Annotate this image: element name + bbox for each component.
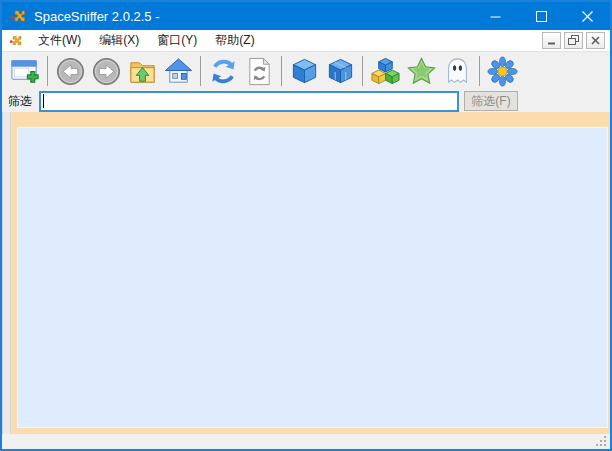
titlebar: SpaceSniffer 2.0.2.5 - [2,2,610,30]
maximize-icon [536,11,547,22]
home-button[interactable] [160,53,196,89]
child-view-window [11,112,610,434]
ghost-icon [442,56,473,87]
mdi-child-controls [542,32,605,49]
ghost-free-space-button[interactable] [439,53,475,89]
toolbar-separator [362,56,363,86]
refresh-view-icon [244,56,275,87]
cube-detailed-icon [325,56,356,87]
menu-window[interactable]: 窗口(Y) [148,30,206,51]
close-button[interactable] [564,2,610,30]
spacesniffer-window: SpaceSniffer 2.0.2.5 - 文件(W) 编辑(X) 窗口(Y) [0,0,612,451]
menu-edit[interactable]: 编辑(X) [90,30,148,51]
child-window-puzzle-icon [9,34,23,48]
mdi-close-icon [591,36,600,45]
navigate-back-button[interactable] [52,53,88,89]
scan-view-canvas[interactable] [17,127,608,428]
mdi-client-area [2,112,610,449]
menu-help[interactable]: 帮助(Z) [206,30,263,51]
status-bar [2,434,610,449]
mdi-restore-icon [568,35,579,46]
flower-options-icon [487,56,518,87]
configuration-button[interactable] [484,53,520,89]
toolbar-separator [200,56,201,86]
menubar: 文件(W) 编辑(X) 窗口(Y) 帮助(Z) [2,30,610,52]
mdi-left-strip [2,112,11,434]
refresh-view-button[interactable] [241,53,277,89]
rescan-button[interactable] [205,53,241,89]
cube-icon [289,56,320,87]
star-icon [406,56,437,87]
toolbar-separator [281,56,282,86]
filter-label: 筛选 [8,93,32,110]
colored-cubes-icon [370,56,401,87]
mdi-restore-button[interactable] [564,32,583,49]
cube-view-button[interactable] [286,53,322,89]
filter-bar: 筛选 筛选(F) [2,90,610,112]
menu-file[interactable]: 文件(W) [29,30,90,51]
mdi-minimize-icon [547,36,556,45]
minimize-button[interactable] [472,2,518,30]
close-icon [582,11,593,22]
text-caret [43,94,44,108]
mdi-minimize-button[interactable] [542,32,561,49]
forward-icon [91,56,122,87]
refresh-icon [208,56,239,87]
minimize-icon [490,11,501,22]
mdi-close-button[interactable] [586,32,605,49]
resize-grip[interactable] [596,436,606,446]
window-title: SpaceSniffer 2.0.2.5 - [34,9,160,24]
detail-level-button[interactable] [367,53,403,89]
filter-apply-button[interactable]: 筛选(F) [464,91,518,111]
filter-input[interactable] [39,91,459,112]
maximize-button[interactable] [518,2,564,30]
star-filter-button[interactable] [403,53,439,89]
home-icon [163,56,194,87]
toolbar [2,52,610,90]
toolbar-separator [479,56,480,86]
folder-up-icon [127,56,158,87]
toolbar-separator [47,56,48,86]
new-view-window-icon [10,56,41,87]
cube-detailed-view-button[interactable] [322,53,358,89]
folder-up-button[interactable] [124,53,160,89]
new-view-window-button[interactable] [7,53,43,89]
app-logo-puzzle-icon [10,8,27,25]
back-icon [55,56,86,87]
navigate-forward-button[interactable] [88,53,124,89]
